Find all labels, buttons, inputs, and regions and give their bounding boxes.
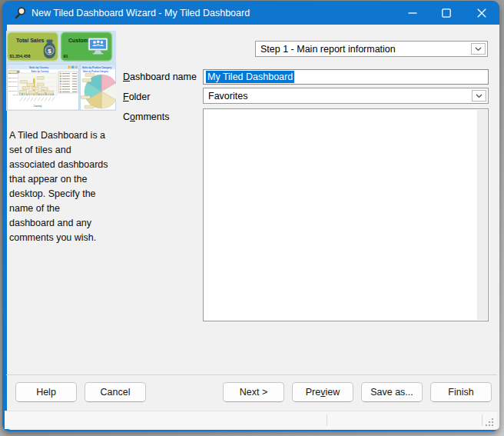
step-selector-combobox[interactable]: Step 1 - Main report information [255,41,488,57]
comments-textarea[interactable] [203,108,489,321]
svg-text:$: $ [48,48,51,55]
desktop-background: New Tiled Dashboard Wizard - My Tiled Da… [0,0,504,436]
chart-legend [59,72,78,93]
svg-text:Sales by Product Category: Sales by Product Category [83,70,109,73]
svg-text:Sales by Product Category: Sales by Product Category [82,66,112,69]
status-bar-separator [482,414,482,426]
tile-customers: Customers 91 [61,32,112,61]
svg-text:$0.00: $0.00 [13,94,18,95]
maximize-icon [442,8,451,18]
step-selector-value: Step 1 - Main report information [260,42,469,56]
step-selector-dropdown-button[interactable] [471,43,486,55]
save-as-button[interactable]: Save as... [361,382,423,402]
title-bar[interactable]: New Tiled Dashboard Wizard - My Tiled Da… [5,2,502,25]
folder-value: Favorites [208,88,469,103]
folder-label: Folder [123,92,150,102]
resize-grip[interactable] [484,417,494,427]
dashboard-name-input[interactable]: My Tiled Dashboard [203,69,489,85]
folder-combobox[interactable]: Favorites [203,88,489,104]
button-area-separator [6,374,497,375]
chevron-down-icon [475,47,482,52]
chart-sales-by-product-category: Sales by Product Category Sales by Produ… [81,65,117,110]
chevron-down-icon [476,94,482,98]
cancel-button[interactable]: Cancel [85,382,146,402]
maximize-button[interactable] [429,2,463,25]
magnifier-icon [14,7,26,19]
status-bar-separator [327,414,327,426]
svg-text:$1,354,458: $1,354,458 [10,54,31,58]
comments-scrollbar[interactable] [477,110,487,320]
close-button[interactable] [463,2,500,25]
wizard-description: A Tiled Dashboard is a set of tiles and … [9,128,121,245]
svg-text:91: 91 [64,54,68,58]
status-bar [5,411,497,429]
svg-text:Sales by Country: Sales by Country [32,70,49,73]
panel-toolbar-icons [68,66,78,68]
svg-text:Total Sales: Total Sales [16,38,45,43]
window-title: New Tiled Dashboard Wizard - My Tiled Da… [32,2,250,25]
close-icon [477,8,486,18]
finish-button[interactable]: Finish [430,382,492,402]
preview-button[interactable]: Preview [292,382,353,402]
next-button[interactable]: Next > [223,382,284,402]
minimize-button[interactable] [396,2,429,25]
folder-dropdown-button[interactable] [472,90,486,102]
dashboard-preview-image: Total Sales $ $1,354,458 Customers [6,31,116,111]
tile-total-sales: Total Sales $ $1,354,458 [8,32,58,61]
minimize-icon [408,8,417,18]
chart-sales-by-country: Sales by Country Sales by Country $250,0… [8,65,79,110]
svg-text:Sales by Country: Sales by Country [29,66,49,69]
help-button[interactable]: Help [15,382,77,402]
svg-text:Country: Country [34,105,42,108]
comments-label: Comments [123,111,169,122]
dashboard-name-label: Dashboard name [123,72,197,82]
selected-text: My Tiled Dashboard [206,71,294,83]
